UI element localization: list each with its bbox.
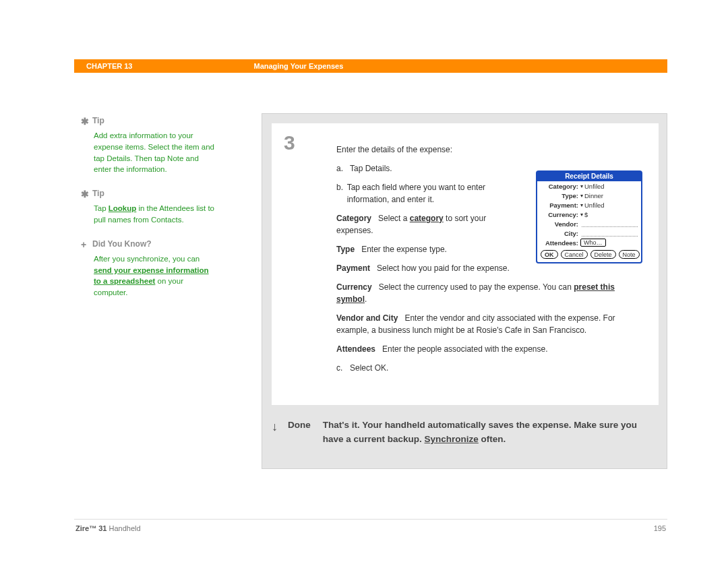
chevron-down-icon: ▾ (580, 212, 583, 218)
step-number: 3 (284, 131, 295, 154)
footer-divider (74, 519, 667, 520)
tip-heading: ✱Tip (81, 115, 216, 128)
vendor-input-line[interactable] (582, 220, 638, 227)
did-you-know-block: +Did You Know? After you synchronize, yo… (81, 238, 216, 299)
lookup-link[interactable]: Lookup (109, 204, 137, 212)
receipt-row-category[interactable]: Category: ▾ Unfiled (537, 181, 641, 191)
done-arrow-icon: ↓ (272, 418, 286, 447)
chapter-label: CHAPTER 13 (86, 62, 132, 70)
done-row: ↓ Done That's it. Your handheld automati… (272, 418, 659, 447)
chapter-header-bar: CHAPTER 13 Managing Your Expenses (74, 59, 667, 73)
star-icon: ✱ (81, 115, 90, 128)
delete-button[interactable]: Delete (590, 250, 616, 259)
field-vendor-city: Vendor and City Enter the vendor and cit… (336, 312, 646, 336)
sub-step-b: b.Tap each field where you want to enter… (336, 181, 525, 206)
cancel-button[interactable]: Cancel (561, 250, 588, 259)
receipt-row-vendor[interactable]: Vendor: (537, 219, 641, 228)
main-panel: 3 Enter the details of the expense: a.Ta… (262, 113, 667, 469)
tip-block-2: ✱Tip Tap Lookup in the Attendees list to… (81, 187, 216, 226)
step-card: 3 Enter the details of the expense: a.Ta… (272, 123, 659, 405)
chevron-down-icon: ▾ (580, 193, 583, 199)
field-attendees: Attendees Enter the people associated wi… (336, 343, 646, 355)
done-label: Done (288, 418, 311, 447)
tip-heading: ✱Tip (81, 187, 216, 201)
receipt-row-currency[interactable]: Currency: ▾ $ (537, 210, 641, 219)
send-expense-link[interactable]: send your expense information to a sprea… (94, 266, 209, 286)
receipt-row-attendees: Attendees: Who… (537, 238, 641, 247)
sub-step-c: c.Select OK. (336, 362, 646, 374)
step-intro: Enter the details of the expense: (336, 144, 646, 156)
plus-icon: + (81, 238, 90, 251)
footer: Zire™ 31 Handheld 195 (75, 524, 666, 532)
chevron-down-icon: ▾ (580, 183, 583, 189)
synchronize-link[interactable]: Synchronize (425, 434, 479, 444)
receipt-details-dialog: Receipt Details Category: ▾ Unfiled Type… (536, 170, 642, 263)
receipt-row-city[interactable]: City: (537, 228, 641, 238)
note-button[interactable]: Note (619, 250, 640, 259)
who-button[interactable]: Who… (580, 239, 606, 247)
page-number: 195 (654, 524, 666, 532)
tip-body: Tap Lookup in the Attendees list to pull… (94, 203, 216, 225)
receipt-button-row: OK Cancel Delete Note (537, 247, 641, 262)
chevron-down-icon: ▾ (580, 202, 583, 208)
field-category: Category Select a category to sort your … (336, 212, 525, 237)
star-icon: ✱ (81, 187, 90, 201)
ok-button[interactable]: OK (541, 250, 558, 259)
field-payment: Payment Select how you paid for the expe… (336, 262, 646, 274)
receipt-row-payment[interactable]: Payment: ▾ Unfiled (537, 200, 641, 210)
page-title: Managing Your Expenses (253, 62, 343, 70)
sidebar: ✱Tip Add extra information to your expen… (81, 115, 216, 311)
category-link[interactable]: category (410, 214, 444, 223)
receipt-title: Receipt Details (537, 172, 641, 181)
product-name: Zire™ 31 Handheld (75, 524, 141, 532)
field-currency: Currency Select the currency used to pay… (336, 281, 646, 305)
receipt-row-type[interactable]: Type: ▾ Dinner (537, 191, 641, 200)
tip-body: Add extra information to your expense it… (94, 130, 216, 175)
city-input-line[interactable] (582, 230, 638, 237)
dyk-body: After you synchronize, you can send your… (94, 253, 216, 299)
tip-block-1: ✱Tip Add extra information to your expen… (81, 115, 216, 175)
dyk-heading: +Did You Know? (81, 238, 216, 251)
done-text: That's it. Your handheld automatically s… (323, 418, 659, 447)
